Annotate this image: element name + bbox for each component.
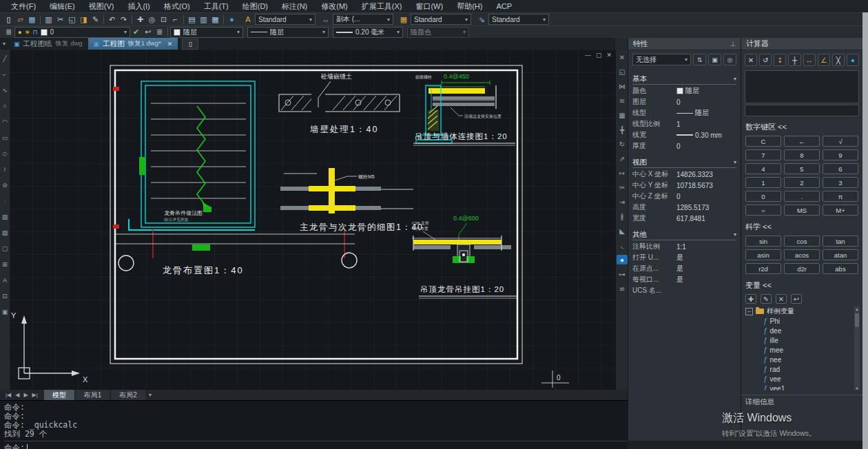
gradient-tool-icon[interactable]: ▧ — [1, 228, 10, 237]
property-value[interactable]: 是 — [676, 253, 736, 262]
properties-palette-icon[interactable]: ▤ — [186, 14, 198, 25]
property-value[interactable]: 1285.5173 — [676, 204, 736, 211]
quick-select-button[interactable]: ◎ — [723, 54, 736, 65]
variable-item-nee[interactable]: ƒnee — [745, 355, 860, 364]
restore-icon[interactable]: ▢ — [596, 52, 602, 59]
property-section-1[interactable]: 视图▾ — [632, 157, 736, 168]
rectangle-tool-icon[interactable]: ▭ — [1, 133, 10, 142]
tool-palettes-icon[interactable]: ▦ — [209, 14, 221, 25]
numpad-key-=[interactable]: = — [745, 205, 781, 216]
numpad-key-1[interactable]: 1 — [745, 177, 781, 188]
return-variable-icon[interactable]: ↩ — [791, 294, 802, 304]
menu-item-5[interactable]: 工具(T) — [197, 0, 236, 12]
hatch-tool-icon[interactable]: ▨ — [1, 212, 10, 221]
quickcalc-icon[interactable]: ● — [226, 14, 238, 25]
make-layer-current-icon[interactable]: ✔ — [130, 27, 142, 37]
property-value[interactable]: 14826.3323 — [676, 171, 736, 178]
numpad-key-√[interactable]: √ — [823, 136, 858, 147]
offset-tool-icon[interactable]: ≋ — [617, 96, 628, 105]
command-line-panel[interactable]: 命令:命令:命令: _quickcalc找到 29 个 命令: — [0, 400, 628, 449]
last-layout-icon[interactable]: ▶| — [30, 392, 40, 398]
property-value[interactable]: 是 — [676, 275, 736, 284]
pan-icon[interactable]: ✚ — [134, 14, 146, 25]
selection-select[interactable]: 无选择 ▾ — [632, 54, 691, 65]
variable-item-Phi[interactable]: ƒPhi — [745, 316, 860, 326]
circle-tool-icon[interactable]: ○ — [1, 101, 10, 110]
polygon-tool-icon[interactable]: ◇ — [1, 149, 10, 158]
match-properties-icon[interactable]: ✎ — [90, 14, 101, 25]
line-tool-icon[interactable]: ╱ — [1, 54, 10, 63]
linetype-select[interactable]: 随层 ▾ — [247, 27, 329, 38]
zoom-window-icon[interactable]: ⊡ — [158, 14, 169, 25]
spline-tool-icon[interactable]: ≀ — [1, 165, 10, 174]
layout-menu-icon[interactable]: ▾ — [147, 392, 154, 398]
variable-item-ille[interactable]: ƒille — [745, 335, 860, 345]
autohide-pin-icon[interactable]: ⊣ — [730, 41, 736, 47]
intersection-of-lines-icon[interactable]: ╳ — [832, 54, 845, 66]
align-tool-icon[interactable]: ≌ — [617, 284, 628, 293]
details-label[interactable]: 详细信息 — [741, 395, 862, 409]
mleader-style-select[interactable]: Standard▾ — [488, 14, 549, 25]
numpad-key-2[interactable]: 2 — [784, 177, 820, 188]
copy-clip-icon[interactable]: ◱ — [66, 14, 78, 25]
clear-icon[interactable]: ✕ — [745, 54, 757, 66]
menu-item-0[interactable]: 文件(F) — [4, 0, 43, 12]
menu-item-4[interactable]: 格式(O) — [157, 0, 197, 12]
numpad-key-9[interactable]: 9 — [823, 149, 858, 160]
layer-freeze-icon[interactable]: ☀ — [24, 29, 30, 36]
polyline-tool-icon[interactable]: ∿ — [1, 85, 10, 94]
redo-icon[interactable]: ↷ — [118, 14, 130, 25]
variable-item-rad[interactable]: ƒrad — [745, 364, 860, 374]
distance-between-points-icon[interactable]: ↔ — [803, 54, 816, 66]
menu-item-11[interactable]: 帮助(H) — [450, 0, 489, 12]
scrollbar-thumb[interactable] — [855, 313, 859, 327]
menu-item-1[interactable]: 编辑(E) — [43, 0, 82, 12]
menu-item-2[interactable]: 视图(V) — [82, 0, 121, 12]
layer-select[interactable]: ● ☀ ⊓ 0 ▾ — [14, 27, 130, 38]
break-tool-icon[interactable]: ∦ — [617, 211, 628, 221]
numpad-key-π[interactable]: π — [823, 191, 858, 202]
calculator-history-box[interactable] — [745, 70, 859, 103]
clear-history-icon[interactable]: ↺ — [759, 54, 772, 66]
arc-tool-icon[interactable]: ◠ — [1, 117, 10, 126]
property-section-0[interactable]: 基本▾ — [632, 74, 736, 85]
drawing-canvas[interactable]: 龙骨吊件做法图 做法详见图集 龙骨布置图1：40 — [10, 50, 615, 390]
numpad-key-4[interactable]: 4 — [745, 163, 781, 174]
layer-manager-icon[interactable]: ≣ — [3, 27, 14, 37]
make-block-tool-icon[interactable]: ▣ — [1, 307, 10, 316]
sci-key-tan[interactable]: tan — [823, 236, 858, 247]
mtext-tool-icon[interactable]: A — [1, 275, 10, 284]
paste-to-command-line-icon[interactable]: ↧ — [774, 54, 786, 66]
construction-line-tool-icon[interactable]: ⌐ — [1, 70, 10, 79]
menu-item-3[interactable]: 插入(I) — [121, 0, 156, 12]
layer-states-icon[interactable]: ≣ — [154, 27, 165, 37]
zoom-realtime-icon[interactable]: ◎ — [146, 14, 158, 25]
menu-item-9[interactable]: 扩展工具(X) — [355, 0, 409, 12]
table-style-select[interactable]: Standard▾ — [411, 14, 471, 25]
sci-key-abs[interactable]: abs — [823, 263, 858, 274]
property-value[interactable]: 0 — [676, 193, 736, 200]
mirror-tool-icon[interactable]: ⋈ — [617, 81, 628, 91]
plot-icon[interactable]: ▥ — [43, 14, 54, 25]
select-objects-button[interactable]: ▣ — [708, 54, 721, 65]
numpad-key-C[interactable]: C — [745, 136, 781, 147]
scientific-section-label[interactable]: 科学 << — [741, 218, 862, 233]
lineweight-select[interactable]: 0.20 毫米 ▾ — [333, 27, 403, 38]
insert-block-tool-icon[interactable]: ⊡ — [1, 291, 10, 300]
layer-lock-icon[interactable]: ⊓ — [33, 29, 38, 36]
property-value[interactable]: 0 — [676, 98, 736, 106]
close-tab-icon[interactable]: ✕ — [167, 41, 173, 48]
dim-style-select[interactable]: 副本 (...▾ — [333, 14, 393, 25]
cut-icon[interactable]: ✂ — [54, 14, 66, 25]
menu-item-7[interactable]: 标注(N) — [275, 0, 314, 12]
numpad-key-8[interactable]: 8 — [784, 149, 820, 160]
paste-clip-icon[interactable]: ◨ — [78, 14, 90, 25]
document-tab-0[interactable]: ▣工程图纸恢复 dwg — [8, 38, 88, 50]
numpad-key-0[interactable]: 0 — [745, 191, 781, 202]
fillet-tool-icon[interactable]: ◟ — [617, 240, 628, 250]
get-coordinates-icon[interactable]: ┼ — [788, 54, 800, 66]
copy-tool-icon[interactable]: ◱ — [617, 67, 628, 76]
sci-key-atan[interactable]: atan — [823, 249, 858, 260]
table-tool-icon[interactable]: ⊞ — [1, 260, 10, 269]
ellipse-tool-icon[interactable]: ⊜ — [1, 180, 10, 189]
